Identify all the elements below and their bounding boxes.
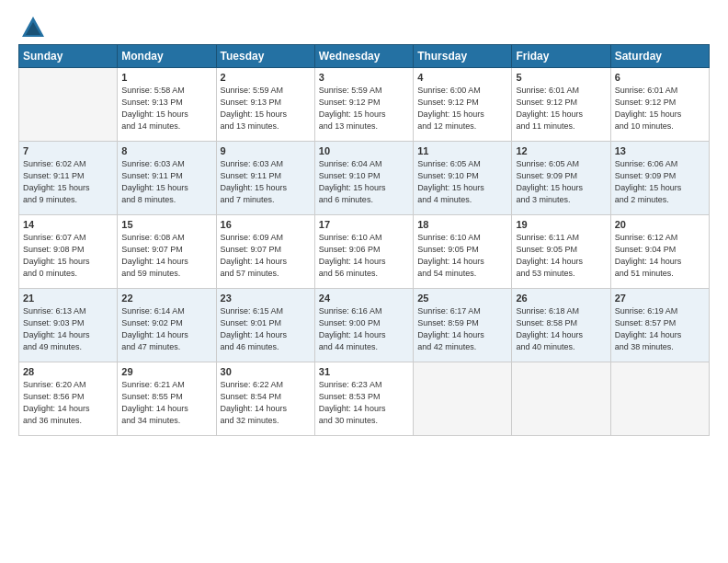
weekday-header: Friday [512, 45, 610, 68]
page-header [18, 15, 710, 40]
calendar-cell: 21Sunrise: 6:13 AM Sunset: 9:03 PM Dayli… [19, 289, 118, 362]
day-info: Sunrise: 6:21 AM Sunset: 8:55 PM Dayligh… [121, 379, 211, 427]
day-info: Sunrise: 6:20 AM Sunset: 8:56 PM Dayligh… [23, 379, 113, 427]
day-number: 6 [615, 72, 705, 83]
calendar-cell: 5Sunrise: 6:01 AM Sunset: 9:12 PM Daylig… [512, 68, 610, 142]
calendar-week-row: 14Sunrise: 6:07 AM Sunset: 9:08 PM Dayli… [19, 215, 710, 289]
calendar-table: SundayMondayTuesdayWednesdayThursdayFrid… [18, 44, 710, 436]
weekday-header: Wednesday [314, 45, 413, 68]
day-number: 14 [23, 219, 113, 230]
calendar-header-row: SundayMondayTuesdayWednesdayThursdayFrid… [19, 45, 710, 68]
weekday-header: Tuesday [216, 45, 314, 68]
day-number: 5 [516, 72, 606, 83]
logo [18, 15, 46, 40]
calendar-cell: 4Sunrise: 6:00 AM Sunset: 9:12 PM Daylig… [414, 68, 512, 142]
day-info: Sunrise: 6:23 AM Sunset: 8:53 PM Dayligh… [319, 379, 409, 427]
day-info: Sunrise: 6:13 AM Sunset: 9:03 PM Dayligh… [23, 305, 113, 353]
calendar-cell: 13Sunrise: 6:06 AM Sunset: 9:09 PM Dayli… [610, 142, 709, 215]
calendar-cell: 28Sunrise: 6:20 AM Sunset: 8:56 PM Dayli… [19, 362, 118, 436]
day-info: Sunrise: 6:04 AM Sunset: 9:10 PM Dayligh… [319, 158, 409, 206]
day-info: Sunrise: 6:02 AM Sunset: 9:11 PM Dayligh… [23, 158, 113, 206]
day-info: Sunrise: 6:11 AM Sunset: 9:05 PM Dayligh… [516, 232, 606, 280]
calendar-cell: 9Sunrise: 6:03 AM Sunset: 9:11 PM Daylig… [216, 142, 314, 215]
day-number: 29 [121, 366, 211, 377]
day-info: Sunrise: 6:19 AM Sunset: 8:57 PM Dayligh… [615, 305, 705, 353]
day-info: Sunrise: 6:22 AM Sunset: 8:54 PM Dayligh… [221, 379, 311, 427]
day-number: 3 [319, 72, 409, 83]
day-number: 12 [516, 145, 606, 156]
calendar-cell: 11Sunrise: 6:05 AM Sunset: 9:10 PM Dayli… [414, 142, 512, 215]
calendar-cell: 22Sunrise: 6:14 AM Sunset: 9:02 PM Dayli… [118, 289, 216, 362]
calendar-cell: 2Sunrise: 5:59 AM Sunset: 9:13 PM Daylig… [216, 68, 314, 142]
day-info: Sunrise: 5:59 AM Sunset: 9:12 PM Dayligh… [319, 85, 409, 132]
calendar-cell: 23Sunrise: 6:15 AM Sunset: 9:01 PM Dayli… [216, 289, 314, 362]
day-number: 17 [319, 219, 409, 230]
day-number: 2 [221, 72, 311, 83]
day-info: Sunrise: 6:10 AM Sunset: 9:06 PM Dayligh… [319, 232, 409, 280]
calendar-cell: 10Sunrise: 6:04 AM Sunset: 9:10 PM Dayli… [314, 142, 413, 215]
day-number: 16 [221, 219, 311, 230]
day-info: Sunrise: 6:14 AM Sunset: 9:02 PM Dayligh… [121, 305, 211, 353]
calendar-cell: 30Sunrise: 6:22 AM Sunset: 8:54 PM Dayli… [216, 362, 314, 436]
day-info: Sunrise: 6:08 AM Sunset: 9:07 PM Dayligh… [121, 232, 211, 280]
calendar-cell: 6Sunrise: 6:01 AM Sunset: 9:12 PM Daylig… [610, 68, 709, 142]
calendar-cell: 19Sunrise: 6:11 AM Sunset: 9:05 PM Dayli… [512, 215, 610, 289]
calendar-cell: 1Sunrise: 5:58 AM Sunset: 9:13 PM Daylig… [118, 68, 216, 142]
day-info: Sunrise: 6:00 AM Sunset: 9:12 PM Dayligh… [417, 85, 507, 132]
day-number: 18 [417, 219, 507, 230]
calendar-cell [512, 362, 610, 436]
logo-icon [20, 15, 46, 40]
calendar-week-row: 28Sunrise: 6:20 AM Sunset: 8:56 PM Dayli… [19, 362, 710, 436]
day-info: Sunrise: 6:10 AM Sunset: 9:05 PM Dayligh… [417, 232, 507, 280]
day-number: 10 [319, 145, 409, 156]
day-number: 22 [121, 293, 211, 304]
calendar-cell: 25Sunrise: 6:17 AM Sunset: 8:59 PM Dayli… [414, 289, 512, 362]
day-number: 25 [417, 293, 507, 304]
day-info: Sunrise: 6:12 AM Sunset: 9:04 PM Dayligh… [615, 232, 705, 280]
calendar-cell: 12Sunrise: 6:05 AM Sunset: 9:09 PM Dayli… [512, 142, 610, 215]
calendar-cell [19, 68, 118, 142]
day-number: 30 [221, 366, 311, 377]
calendar-week-row: 7Sunrise: 6:02 AM Sunset: 9:11 PM Daylig… [19, 142, 710, 215]
weekday-header: Sunday [19, 45, 118, 68]
day-number: 4 [417, 72, 507, 83]
day-number: 7 [23, 145, 113, 156]
calendar-cell: 3Sunrise: 5:59 AM Sunset: 9:12 PM Daylig… [314, 68, 413, 142]
day-number: 28 [23, 366, 113, 377]
day-number: 20 [615, 219, 705, 230]
day-info: Sunrise: 6:01 AM Sunset: 9:12 PM Dayligh… [516, 85, 606, 132]
day-info: Sunrise: 6:16 AM Sunset: 9:00 PM Dayligh… [319, 305, 409, 353]
calendar-cell: 27Sunrise: 6:19 AM Sunset: 8:57 PM Dayli… [610, 289, 709, 362]
calendar-cell: 17Sunrise: 6:10 AM Sunset: 9:06 PM Dayli… [314, 215, 413, 289]
day-number: 13 [615, 145, 705, 156]
day-number: 31 [319, 366, 409, 377]
day-number: 19 [516, 219, 606, 230]
day-info: Sunrise: 6:09 AM Sunset: 9:07 PM Dayligh… [221, 232, 311, 280]
calendar-cell [414, 362, 512, 436]
calendar-cell: 15Sunrise: 6:08 AM Sunset: 9:07 PM Dayli… [118, 215, 216, 289]
calendar-cell: 7Sunrise: 6:02 AM Sunset: 9:11 PM Daylig… [19, 142, 118, 215]
day-number: 15 [121, 219, 211, 230]
calendar-week-row: 1Sunrise: 5:58 AM Sunset: 9:13 PM Daylig… [19, 68, 710, 142]
day-number: 27 [615, 293, 705, 304]
day-info: Sunrise: 6:05 AM Sunset: 9:09 PM Dayligh… [516, 158, 606, 206]
day-info: Sunrise: 6:07 AM Sunset: 9:08 PM Dayligh… [23, 232, 113, 280]
weekday-header: Saturday [610, 45, 709, 68]
day-info: Sunrise: 6:03 AM Sunset: 9:11 PM Dayligh… [221, 158, 311, 206]
day-number: 26 [516, 293, 606, 304]
calendar-cell: 31Sunrise: 6:23 AM Sunset: 8:53 PM Dayli… [314, 362, 413, 436]
day-info: Sunrise: 6:15 AM Sunset: 9:01 PM Dayligh… [221, 305, 311, 353]
day-info: Sunrise: 6:17 AM Sunset: 8:59 PM Dayligh… [417, 305, 507, 353]
day-number: 21 [23, 293, 113, 304]
calendar-cell: 18Sunrise: 6:10 AM Sunset: 9:05 PM Dayli… [414, 215, 512, 289]
calendar-cell: 14Sunrise: 6:07 AM Sunset: 9:08 PM Dayli… [19, 215, 118, 289]
day-info: Sunrise: 6:06 AM Sunset: 9:09 PM Dayligh… [615, 158, 705, 206]
day-info: Sunrise: 6:01 AM Sunset: 9:12 PM Dayligh… [615, 85, 705, 132]
calendar-cell: 8Sunrise: 6:03 AM Sunset: 9:11 PM Daylig… [118, 142, 216, 215]
calendar-cell: 20Sunrise: 6:12 AM Sunset: 9:04 PM Dayli… [610, 215, 709, 289]
day-info: Sunrise: 6:05 AM Sunset: 9:10 PM Dayligh… [417, 158, 507, 206]
calendar-week-row: 21Sunrise: 6:13 AM Sunset: 9:03 PM Dayli… [19, 289, 710, 362]
day-number: 8 [121, 145, 211, 156]
day-number: 1 [121, 72, 211, 83]
weekday-header: Monday [118, 45, 216, 68]
